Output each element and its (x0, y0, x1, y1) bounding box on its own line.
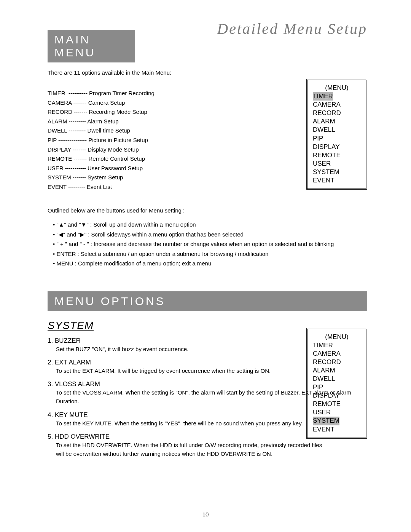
instruction-line: " + " and " - " : Increase and decrease … (48, 239, 367, 249)
main-menu-intro: There are 11 options available in the Ma… (48, 69, 367, 76)
instruction-line: MENU : Complete modification of a menu o… (48, 259, 367, 268)
menu-box-1-item: TIMER (313, 92, 333, 101)
page-title: Detailed Menu Setup (217, 20, 367, 38)
instructions-lead: Outlined below are the buttons used for … (48, 206, 367, 216)
menu-box-1-item: DISPLAY (313, 143, 340, 150)
menu-box-1-item: REMOTE (313, 152, 341, 159)
menu-box-1-item: RECORD (313, 109, 341, 117)
menu-box-1-item: ALARM (313, 118, 335, 125)
menu-box-2: (MENU) TIMERCAMERARECORDALARMDWELLPIPDIS… (306, 328, 367, 439)
instructions-block: Outlined below are the buttons used for … (48, 206, 367, 268)
menu-box-2-header: (MENU) (313, 333, 361, 341)
page-number: 10 (0, 511, 411, 518)
menu-box-1-item: EVENT (313, 177, 335, 184)
menu-box-1-item: DWELL (313, 126, 335, 133)
instruction-line: ENTER : Select a submenu / an option und… (48, 249, 367, 259)
system-item-desc: To set the KEY MUTE. When the setting is… (48, 419, 330, 428)
menu-box-2-item: ALARM (313, 367, 335, 374)
menu-box-1-header: (MENU) (313, 84, 361, 92)
menu-box-2-item: TIMER (313, 342, 333, 349)
main-menu-heading: MAIN MENU (48, 30, 135, 62)
system-item-desc: To set the HDD OVERWRITE. When the HDD i… (48, 441, 330, 459)
menu-box-2-item: RECORD (313, 358, 341, 366)
menu-box-2-item: REMOTE (313, 400, 341, 407)
menu-options-heading: MENU OPTIONS (48, 291, 367, 311)
menu-box-2-item: DISPLAY (313, 392, 340, 399)
menu-box-1-item: CAMERA (313, 101, 341, 108)
menu-box-2-item: SYSTEM (313, 417, 339, 425)
menu-box-2-item: PIP (313, 383, 323, 391)
menu-box-2-item: USER (313, 409, 331, 416)
menu-box-1-item: PIP (313, 135, 323, 142)
menu-box-1-item: SYSTEM (313, 168, 339, 176)
menu-box-1-item: USER (313, 160, 331, 167)
menu-box-2-item: EVENT (313, 426, 335, 433)
instruction-line: "◀" and "▶" : Scroll sideways within a m… (48, 230, 367, 240)
menu-box-2-item: DWELL (313, 375, 335, 382)
menu-box-1: (MENU) TIMERCAMERARECORDALARMDWELLPIPDIS… (306, 79, 367, 190)
menu-box-2-item: CAMERA (313, 350, 341, 357)
instruction-line: "▲" and "▼" : Scroll up and down within … (48, 220, 367, 230)
